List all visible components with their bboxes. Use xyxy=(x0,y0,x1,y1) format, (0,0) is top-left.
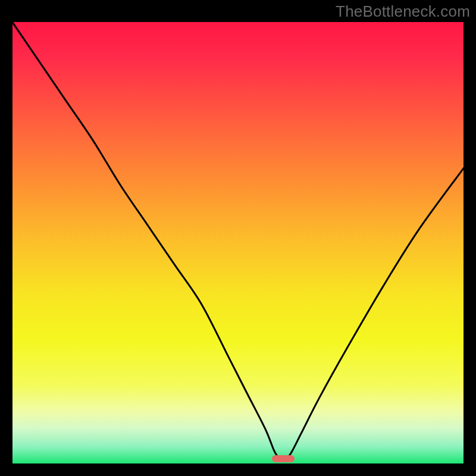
chart-frame: TheBottleneck.com xyxy=(0,0,476,476)
attribution-label: TheBottleneck.com xyxy=(336,2,470,21)
plot-area xyxy=(12,21,464,464)
gradient-background xyxy=(12,21,464,464)
bottleneck-chart xyxy=(12,21,464,464)
optimal-marker xyxy=(272,455,295,462)
